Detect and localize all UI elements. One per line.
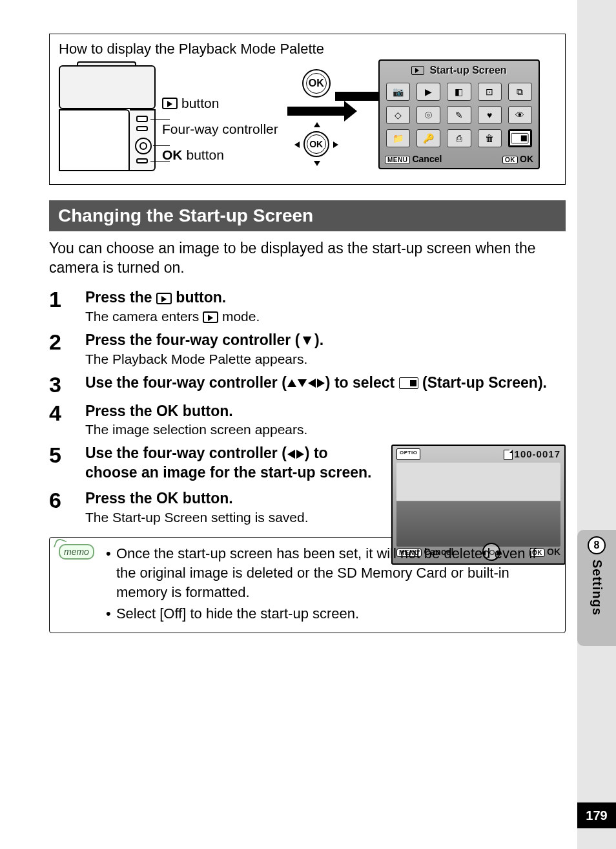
camera-illustration — [59, 61, 156, 171]
step-desc: The image selection screen appears. — [85, 422, 376, 437]
step-title: Use the four-way controller () to choose… — [85, 444, 376, 483]
callout-playback: button — [162, 96, 278, 111]
lcd-title-row: Start-up Screen — [384, 65, 535, 76]
right-rail: 8 Settings 179 — [577, 0, 616, 849]
step-number: 2 — [49, 331, 85, 367]
chapter-tab: 8 Settings — [577, 530, 616, 646]
playback-icon — [162, 98, 178, 109]
startup-screen-icon — [399, 377, 418, 389]
memo-box: memo Once the start-up screen has been s… — [49, 537, 566, 633]
intro-text: You can choose an image to be displayed … — [49, 239, 566, 278]
memo-item: Once the start-up screen has been set, i… — [106, 544, 556, 602]
howto-body: button Four-way controller OK button OK … — [59, 61, 556, 171]
lcd-footer: MENUCancel OKOK — [384, 152, 535, 164]
callouts: button Four-way controller OK button — [162, 96, 278, 163]
step-desc: The camera enters mode. — [85, 309, 566, 324]
step-desc: The Playback Mode Palette appears. — [85, 351, 566, 367]
callout-playback-label: button — [181, 96, 219, 111]
palette-icon: ⊡ — [478, 83, 502, 101]
page: 8 Settings 179 How to display the Playba… — [0, 0, 616, 849]
chapter-label: Settings — [590, 560, 604, 616]
howto-box: How to display the Playback Mode Palette — [49, 34, 566, 185]
palette-icon: 🗑 — [478, 129, 502, 147]
card-icon — [504, 450, 513, 460]
chapter-number: 8 — [588, 536, 606, 554]
lcd-palette: Start-up Screen 📷 ▶ ◧ ⊡ ⧉ ◇ ⦾ ✎ ♥ 👁 📁 — [378, 59, 540, 169]
step-title: Use the four-way controller () to select… — [85, 373, 566, 393]
playback-button-icon — [136, 116, 148, 122]
palette-icon: 📷 — [386, 83, 410, 101]
palette-icon: ◇ — [386, 106, 410, 124]
lcd-cancel: MENUCancel — [385, 154, 442, 164]
preview-image — [396, 463, 560, 547]
step-number: 1 — [49, 288, 85, 324]
memo-item: Select [Off] to hide the start-up screen… — [106, 604, 556, 624]
palette-icon: ⦾ — [416, 106, 440, 124]
palette-icon: 👁 — [508, 106, 532, 124]
playback-icon — [156, 293, 172, 304]
callout-ok-label: button — [187, 147, 224, 163]
optio-badge: OPTIO — [396, 448, 420, 460]
arrow-icon — [287, 107, 345, 116]
callout-fourway-label: Four-way controller — [162, 121, 278, 137]
memo-list: Once the start-up screen has been set, i… — [106, 544, 556, 626]
palette-grid: 📷 ▶ ◧ ⊡ ⧉ ◇ ⦾ ✎ ♥ 👁 📁 🔑 ⎙ 🗑 — [384, 80, 535, 152]
playback-mode-icon — [411, 66, 424, 75]
ok-pill-icon: OK — [502, 156, 518, 164]
memo-label: memo — [59, 544, 94, 560]
content: How to display the Playback Mode Palette — [49, 34, 566, 633]
step-title: Press the button. — [85, 288, 566, 308]
section-heading: Changing the Start-up Screen — [49, 200, 566, 231]
page-number: 179 — [577, 802, 616, 828]
step-1: 1 Press the button. The camera enters mo… — [49, 288, 566, 324]
howto-title: How to display the Playback Mode Palette — [59, 41, 556, 58]
step-4: 4 Press the OK button. The image selecti… — [49, 402, 376, 438]
step-title: Press the OK button. — [85, 402, 376, 421]
palette-icon: ◧ — [447, 83, 471, 101]
step-5: 5 Use the four-way controller () to choo… — [49, 444, 376, 483]
ok-button-icon: OK — [302, 69, 331, 98]
palette-icon: ▶ — [416, 83, 440, 101]
ok-diagram: OK OK — [285, 69, 348, 163]
palette-icon: 🔑 — [416, 129, 440, 147]
memo-icon: memo — [59, 544, 94, 626]
palette-icon: ⎙ — [447, 129, 471, 147]
step-2: 2 Press the four-way controller (▼). The… — [49, 331, 566, 367]
playback-icon — [203, 311, 218, 323]
step-number: 6 — [49, 489, 85, 525]
callout-fourway: Four-way controller — [162, 121, 278, 137]
palette-icon-selected — [508, 129, 532, 147]
step-number: 4 — [49, 402, 85, 438]
step-number: 5 — [49, 444, 85, 483]
step-number: 3 — [49, 373, 85, 395]
palette-icon: ♥ — [478, 106, 502, 124]
palette-icon: ⧉ — [508, 83, 532, 101]
callout-ok: OK button — [162, 147, 278, 163]
menu-pill-icon: MENU — [385, 156, 410, 164]
fourway-controller-icon — [135, 138, 152, 154]
lcd-ok: OKOK — [502, 154, 533, 164]
lcd-title: Start-up Screen — [429, 65, 506, 76]
ok-fourway-icon: OK — [297, 125, 336, 163]
step-3: 3 Use the four-way controller () to sele… — [49, 373, 566, 395]
step-title: Press the four-way controller (▼). — [85, 331, 566, 350]
palette-icon: 📁 — [386, 129, 410, 147]
file-number: 100-0017 — [504, 448, 560, 460]
palette-icon: ✎ — [447, 106, 471, 124]
